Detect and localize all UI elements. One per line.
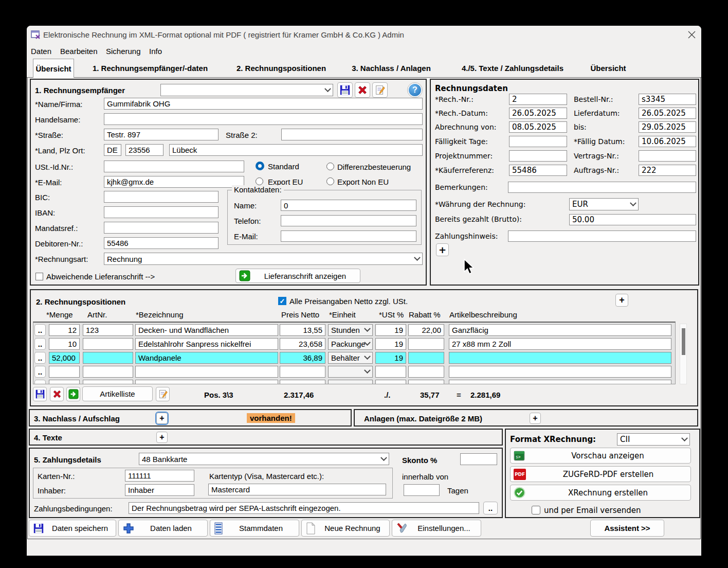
netto-checkbox[interactable] xyxy=(278,297,286,305)
faelligkeit-input[interactable] xyxy=(509,136,567,147)
cell-ust[interactable]: 19 xyxy=(375,352,406,364)
vertrag-input[interactable] xyxy=(639,150,696,162)
daten-laden-button[interactable]: Daten laden xyxy=(118,520,208,537)
email-versenden-checkbox[interactable] xyxy=(532,506,540,514)
zahlungshinweis-input[interactable] xyxy=(508,230,696,242)
cell-beschreibung[interactable]: 27 x88 mm 2 Zoll xyxy=(449,338,671,350)
lieferanschrift-anzeigen-button[interactable]: Lieferanschrift anzeigen xyxy=(235,269,360,283)
tab-uebersicht[interactable]: Übersicht xyxy=(33,59,74,78)
cell-beschreibung[interactable] xyxy=(449,380,671,384)
zugferd-pdf-button[interactable]: PDF ZUGFeRD-PDF erstellen xyxy=(510,466,691,482)
table-scrollbar[interactable] xyxy=(680,324,687,384)
tage-input[interactable] xyxy=(404,484,440,496)
plz-input[interactable]: 23556 xyxy=(125,144,163,156)
cell-preis[interactable] xyxy=(280,366,325,378)
save-recipient-button[interactable] xyxy=(337,82,353,98)
cell-beschreibung[interactable] xyxy=(449,352,671,364)
vorschau-anzeigen-button[interactable]: s> Vorschau anzeigen xyxy=(510,448,691,464)
stammdaten-button[interactable]: Stammdaten xyxy=(210,520,299,537)
cell-rabatt[interactable] xyxy=(408,338,444,350)
kartennr-input[interactable]: 111111 xyxy=(125,470,194,482)
cell-einheit-select[interactable] xyxy=(328,380,373,384)
kontakt-name-input[interactable]: 0 xyxy=(281,200,416,211)
cell-preis[interactable]: 13,55 xyxy=(280,324,325,336)
tab-nachlass-anlagen[interactable]: 3. Nachlass / Anlagen xyxy=(342,59,440,78)
zahlungsbedingungen-more-button[interactable]: .. xyxy=(483,502,498,514)
strasse-input[interactable]: Testr. 897 xyxy=(104,129,219,140)
einstellungen-button[interactable]: Einstellungen... xyxy=(392,520,481,537)
cell-menge[interactable] xyxy=(49,380,80,384)
add-position-button[interactable]: + xyxy=(615,294,628,307)
menu-info[interactable]: Info xyxy=(149,47,162,56)
rechnungsart-select[interactable]: Rechnung xyxy=(104,253,423,265)
cell-artnr[interactable] xyxy=(83,338,133,350)
format-xrechnung-select[interactable]: CII xyxy=(617,433,690,446)
cell-einheit-select[interactable]: Stunden xyxy=(328,324,373,336)
radio-differenzbesteuerung[interactable] xyxy=(326,163,334,170)
faellig-datum-input[interactable]: 10.06.2025 xyxy=(639,136,696,147)
cell-menge[interactable] xyxy=(49,366,80,378)
cell-artnr[interactable]: 123 xyxy=(83,324,133,336)
bis-input[interactable]: 29.05.2025 xyxy=(639,121,696,133)
radio-export-non-eu[interactable] xyxy=(326,177,334,185)
cell-ust[interactable]: 19 xyxy=(375,324,406,336)
assistent-button[interactable]: Assistent >> xyxy=(590,520,664,537)
cell-bezeichnung[interactable] xyxy=(135,380,278,384)
tab-rechnungspositionen[interactable]: 2. Rechnungspositionen xyxy=(228,59,334,78)
xrechnung-erstellen-button[interactable]: XRechnung erstellen xyxy=(510,485,691,501)
row-detail-button[interactable]: .. xyxy=(34,366,46,378)
cell-preis[interactable] xyxy=(280,380,325,384)
radio-export-eu[interactable] xyxy=(256,177,263,185)
inhaber-input[interactable]: Inhaber xyxy=(125,484,194,496)
tab-rechnungsempfaenger[interactable]: 1. Rechnungsempfänger/-daten xyxy=(80,59,220,78)
name-input[interactable]: Gummifabrik OHG xyxy=(104,98,423,110)
tab-texte-zahlungsdetails[interactable]: 4./5. Texte / Zahlungsdetails xyxy=(448,59,577,78)
projekt-input[interactable] xyxy=(509,150,567,162)
recipient-template-select[interactable] xyxy=(160,84,333,96)
cell-rabatt[interactable] xyxy=(408,352,444,364)
cell-preis[interactable]: 36,89 xyxy=(280,352,325,364)
cell-menge[interactable]: 12 xyxy=(49,324,80,336)
add-text-button[interactable]: + xyxy=(156,432,168,443)
zahlungsart-select[interactable]: 48 Bankkarte xyxy=(139,453,389,465)
kontakt-telefon-input[interactable] xyxy=(281,215,416,226)
row-detail-button[interactable]: .. xyxy=(34,380,46,384)
zahlungsbedingungen-input[interactable]: Der Rechnungsbetrag wird per SEPA-Lastsc… xyxy=(129,502,479,514)
cell-bezeichnung[interactable]: Decken- und Wandflächen xyxy=(135,324,278,336)
auftragsnr-input[interactable]: 222 xyxy=(639,165,696,176)
add-nachlass-button[interactable]: + xyxy=(156,413,168,424)
skonto-input[interactable] xyxy=(460,453,497,465)
scrollbar-thumb[interactable] xyxy=(682,328,685,355)
ustid-input[interactable] xyxy=(104,161,244,172)
edit-recipient-button[interactable] xyxy=(372,82,388,98)
rechdatum-input[interactable]: 26.05.2025 xyxy=(509,108,567,119)
delete-position-button[interactable] xyxy=(50,387,64,401)
help-button[interactable]: ? xyxy=(407,82,423,98)
abrechnung-input[interactable]: 08.05.2025 xyxy=(509,121,567,133)
kartentyp-input[interactable]: Mastercard xyxy=(208,484,386,495)
menu-sicherung[interactable]: Sicherung xyxy=(106,47,141,56)
cell-artnr[interactable] xyxy=(83,366,133,378)
cell-rabatt[interactable]: 22,00 xyxy=(408,324,444,336)
lieferanschrift-checkbox[interactable] xyxy=(35,273,43,280)
add-anlage-button[interactable]: + xyxy=(530,413,541,424)
strasse2-input[interactable] xyxy=(281,129,423,140)
row-detail-button[interactable]: .. xyxy=(34,352,46,364)
row-detail-button[interactable]: .. xyxy=(34,324,46,336)
cell-ust[interactable] xyxy=(375,366,406,378)
menu-daten[interactable]: Daten xyxy=(31,47,51,56)
close-icon[interactable] xyxy=(684,28,699,41)
artikelliste-button[interactable]: Artikelliste xyxy=(82,386,153,401)
save-positions-button[interactable] xyxy=(33,387,47,401)
cell-bezeichnung[interactable]: Wandpanele xyxy=(135,352,278,364)
land-input[interactable]: DE xyxy=(104,144,121,156)
tab-uebersicht-2[interactable]: Übersicht xyxy=(584,59,633,78)
cell-artnr[interactable] xyxy=(83,380,133,384)
rechnr-input[interactable]: 2 xyxy=(509,94,567,105)
edit-position-button[interactable] xyxy=(156,387,170,401)
cell-artnr[interactable] xyxy=(83,352,133,364)
row-detail-button[interactable]: .. xyxy=(34,338,46,350)
cell-beschreibung[interactable] xyxy=(449,366,671,378)
cell-menge[interactable]: 10 xyxy=(49,338,80,350)
add-invoice-data-button[interactable]: + xyxy=(436,243,449,256)
